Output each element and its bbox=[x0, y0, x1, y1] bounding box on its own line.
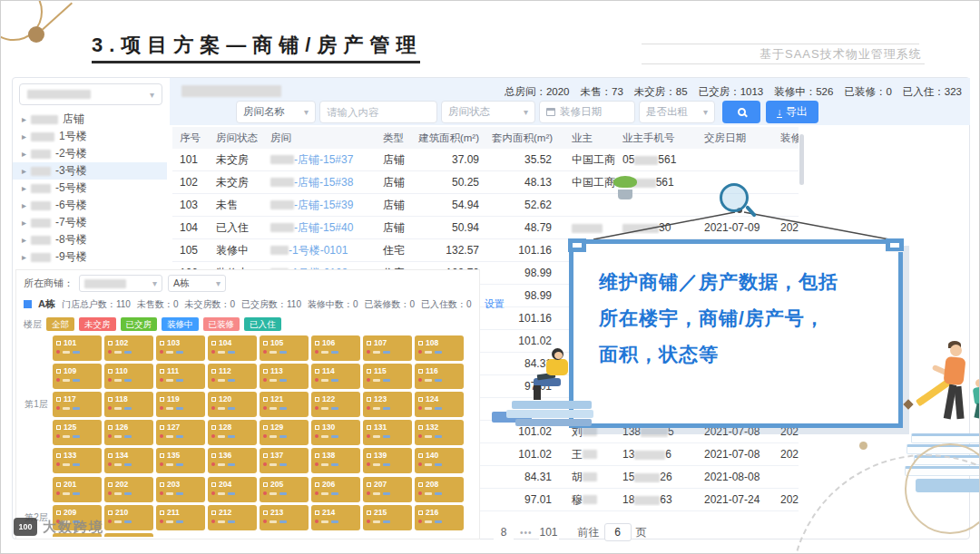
room-card[interactable]: 111 bbox=[156, 364, 205, 389]
room-card[interactable]: 201 bbox=[53, 477, 102, 502]
legend-tag[interactable]: 装修中 bbox=[162, 317, 199, 331]
table-row[interactable]: 102未交房-店铺-15#38店铺50.2548.13中国工商0561 bbox=[172, 171, 799, 194]
room-card[interactable]: 130 bbox=[311, 420, 360, 445]
room-number: 112 bbox=[219, 366, 231, 375]
room-card[interactable]: 218 bbox=[104, 533, 153, 537]
table-cell: 05561 bbox=[615, 153, 697, 166]
room-card[interactable]: 211 bbox=[156, 505, 205, 530]
room-card[interactable]: 140 bbox=[415, 448, 464, 473]
room-card[interactable]: 127 bbox=[156, 420, 205, 445]
sidebar-item[interactable]: ▸-7号楼 bbox=[13, 214, 167, 231]
sidebar-item[interactable]: ▸-3号楼 bbox=[13, 162, 167, 180]
room-card[interactable]: 137 bbox=[260, 448, 309, 473]
table-row[interactable]: 103未售-店铺-15#39店铺54.9452.62 bbox=[172, 194, 799, 217]
room-status-select[interactable]: 房间状态 ▾ bbox=[441, 101, 535, 123]
room-card[interactable]: 213 bbox=[260, 505, 309, 530]
scrollbar-thumb[interactable] bbox=[799, 134, 804, 185]
table-row[interactable]: 104已入住-店铺-15#40店铺50.9448.79302021-07-092… bbox=[172, 217, 799, 239]
is-rented-select[interactable]: 是否出租 ▾ bbox=[639, 101, 715, 123]
settings-link[interactable]: 设置 bbox=[485, 297, 505, 311]
room-card[interactable]: 207 bbox=[363, 477, 412, 502]
room-card[interactable]: 129 bbox=[260, 420, 309, 445]
page-button[interactable]: 8 bbox=[494, 522, 514, 542]
room-card[interactable]: 101 bbox=[53, 335, 102, 361]
room-icon bbox=[160, 397, 164, 402]
room-card[interactable]: 120 bbox=[208, 392, 257, 417]
room-card[interactable]: 104 bbox=[208, 335, 257, 361]
room-card[interactable]: 125 bbox=[53, 420, 102, 445]
legend-tag[interactable]: 未交房 bbox=[79, 317, 116, 331]
sidebar-item[interactable]: ▸-9号楼 bbox=[13, 248, 167, 266]
search-button[interactable] bbox=[722, 101, 760, 123]
room-card[interactable]: 119 bbox=[156, 392, 205, 417]
sidebar-item[interactable]: ▸-5号楼 bbox=[13, 180, 167, 197]
room-card[interactable]: 212 bbox=[208, 505, 257, 530]
room-status-marks bbox=[418, 434, 460, 438]
room-card[interactable]: 205 bbox=[260, 477, 309, 502]
legend-tag[interactable]: 已交房 bbox=[121, 317, 158, 331]
community-select[interactable]: ▾ bbox=[19, 83, 162, 105]
room-card[interactable]: 208 bbox=[415, 477, 464, 502]
room-card[interactable]: 113 bbox=[260, 364, 309, 389]
room-card[interactable]: 105 bbox=[260, 335, 309, 361]
room-card[interactable]: 136 bbox=[208, 448, 257, 473]
shop-select[interactable]: ▾ bbox=[79, 275, 162, 292]
room-card[interactable]: 204 bbox=[208, 477, 257, 502]
room-card[interactable]: 117 bbox=[53, 392, 102, 417]
renovation-date-picker[interactable]: 装修日期 bbox=[539, 101, 635, 123]
room-card[interactable]: 123 bbox=[363, 392, 412, 417]
goto-page-input[interactable] bbox=[604, 523, 632, 541]
sidebar-item[interactable]: ▸-6号楼 bbox=[13, 197, 167, 214]
room-card[interactable]: 210 bbox=[104, 505, 153, 530]
room-status-marks bbox=[263, 520, 305, 523]
room-card[interactable]: 112 bbox=[208, 364, 257, 389]
room-card[interactable]: 107 bbox=[363, 335, 412, 361]
building-select[interactable]: A栋 ▾ bbox=[168, 275, 226, 292]
legend-tag[interactable]: 已入住 bbox=[244, 317, 281, 331]
table-cell: 101 bbox=[172, 153, 209, 166]
sidebar-item[interactable]: ▸1号楼 bbox=[13, 128, 167, 145]
sidebar-item[interactable]: ▸-8号楼 bbox=[13, 231, 167, 248]
room-status-marks bbox=[315, 350, 357, 354]
export-button[interactable]: ↓ 导出 bbox=[766, 101, 818, 123]
room-card[interactable]: 131 bbox=[363, 420, 412, 445]
room-card[interactable]: 116 bbox=[415, 364, 464, 389]
sidebar-item[interactable]: ▸店铺 bbox=[13, 111, 167, 128]
room-card[interactable]: 109 bbox=[53, 364, 102, 389]
room-card[interactable]: 106 bbox=[311, 335, 360, 361]
room-card[interactable]: 121 bbox=[260, 392, 309, 417]
room-card[interactable]: 216 bbox=[415, 505, 464, 530]
room-card[interactable]: 122 bbox=[311, 392, 360, 417]
room-card[interactable]: 110 bbox=[104, 364, 153, 389]
room-card[interactable]: 134 bbox=[104, 448, 153, 473]
room-card[interactable]: 139 bbox=[363, 448, 412, 473]
legend-tag[interactable]: 全部 bbox=[46, 317, 74, 331]
room-card[interactable]: 124 bbox=[415, 392, 464, 417]
room-card[interactable]: 214 bbox=[311, 505, 360, 530]
room-card[interactable]: 102 bbox=[104, 335, 153, 361]
room-card[interactable]: 108 bbox=[415, 335, 464, 361]
room-card[interactable]: 126 bbox=[104, 420, 153, 445]
room-icon bbox=[418, 482, 423, 487]
room-card[interactable]: 118 bbox=[104, 392, 153, 417]
stat-item: 未售：73 bbox=[581, 86, 623, 97]
room-card[interactable]: 202 bbox=[104, 477, 153, 502]
room-name-select[interactable]: 房间名称 ▾ bbox=[236, 101, 316, 123]
room-card[interactable]: 114 bbox=[311, 364, 360, 389]
floor-grid: 第1层1011021031041051061071081091101111121… bbox=[20, 335, 477, 537]
room-card[interactable]: 133 bbox=[53, 448, 102, 473]
keyword-input[interactable] bbox=[319, 101, 437, 123]
room-card[interactable]: 206 bbox=[311, 477, 360, 502]
room-card[interactable]: 103 bbox=[156, 335, 205, 361]
room-card[interactable]: 138 bbox=[311, 448, 360, 473]
page-button[interactable]: 101 bbox=[539, 522, 559, 542]
sidebar-item[interactable]: ▸-2号楼 bbox=[13, 145, 167, 162]
room-card[interactable]: 203 bbox=[156, 477, 205, 502]
table-row[interactable]: 101未交房-店铺-15#37店铺37.0935.52中国工商05561 bbox=[172, 149, 799, 171]
room-card[interactable]: 132 bbox=[415, 420, 464, 445]
room-card[interactable]: 215 bbox=[363, 505, 412, 530]
room-card[interactable]: 128 bbox=[208, 420, 257, 445]
legend-tag[interactable]: 已装修 bbox=[203, 317, 240, 331]
room-card[interactable]: 135 bbox=[156, 448, 205, 473]
room-card[interactable]: 115 bbox=[363, 364, 412, 389]
